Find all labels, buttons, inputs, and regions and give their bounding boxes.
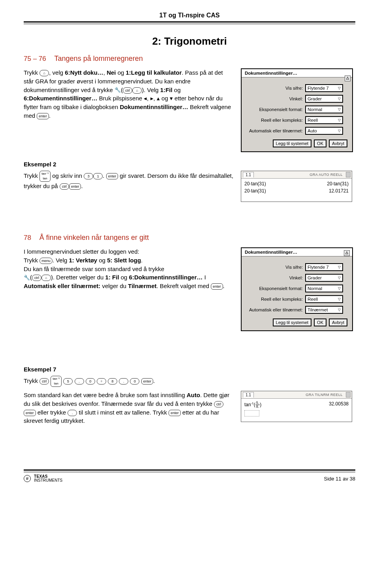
section-pages: 78 (24, 234, 31, 241)
dropdown-icon: ▽ (338, 286, 341, 290)
example-7-text: Som standard kan det være bedre å bruke … (24, 391, 234, 425)
section2-text: I lommeregnervinduet sletter du loggen v… (24, 247, 234, 331)
dropdown-icon: ▽ (338, 297, 341, 301)
5-key: 5 (63, 378, 73, 384)
example-7-keys: Trykk ctrl tan⁻¹tan 5 . 0 ÷ 8 . 0 enter. (24, 376, 234, 387)
dlg-button-ok[interactable]: OK (314, 318, 326, 326)
dropdown-icon: ▽ (338, 97, 341, 101)
dialog-dokumentinnstillinger-1: Dokumentinnstillinger… △ Vis sifre:Flyte… (241, 68, 353, 152)
dlg-field[interactable]: Normal▽ (305, 285, 343, 292)
dropdown-icon: ▽ (338, 107, 341, 111)
enter-key: enter (106, 173, 118, 179)
scroll-up-icon: △ (344, 250, 350, 256)
home-key: ⌂ (41, 275, 51, 281)
calc-output: 12.01721 (329, 188, 349, 194)
ctrl-key: ctrl (39, 378, 49, 384)
0-key: 0 (130, 378, 139, 384)
calc-status: GRA TILNRM REELL (306, 393, 345, 397)
dropdown-icon: ▽ (338, 129, 341, 133)
ctrl-key: ctrl (60, 183, 69, 190)
dlg-label: Automatisk eller tilnærmet: (246, 128, 303, 133)
dlg-field[interactable]: Flytende 7▽ (305, 84, 343, 92)
dlg-field[interactable]: Grader▽ (305, 95, 343, 103)
home-key: ⌂ (132, 87, 142, 94)
dlg-label: Reell eller kompleks: (246, 297, 303, 302)
dlg-label: Reell eller kompleks: (246, 118, 303, 122)
3-key: 3 (84, 173, 93, 179)
section-78: 78 Å finne vinkelen når tangens er gitt (24, 234, 355, 242)
example-7-label: Eksempel 7 (24, 366, 355, 373)
dlg-button-cancel[interactable]: Avbryt (329, 318, 347, 326)
dropdown-icon: ▽ (338, 276, 341, 280)
dropdown-icon: ▽ (338, 86, 341, 90)
dlg-label: Eksponensielt format: (246, 286, 303, 291)
section-75-76: 75 – 76 Tangens på lommeregneren (24, 55, 355, 63)
dlg-button-system[interactable]: Legg til systemet (273, 318, 312, 326)
home-key: ⌂ (39, 70, 49, 76)
dot-key: . (119, 378, 128, 384)
dlg-field[interactable]: Auto▽ (305, 127, 343, 135)
enter-key: enter (169, 410, 181, 416)
calc-status: GRA AUTO REELL (310, 173, 345, 177)
header-rule (24, 21, 355, 24)
dlg-field[interactable]: Reell▽ (305, 116, 343, 124)
ctrl-key: ctrl (123, 87, 132, 94)
dlg-button-system[interactable]: Legg til systemet (273, 139, 312, 147)
ctrl-key: ctrl (32, 275, 41, 281)
section-title: Tangens på lommeregneren (54, 55, 143, 62)
example-2-label: Eksempel 2 (24, 161, 355, 168)
dlg-field[interactable]: Flytende 7▽ (305, 263, 343, 271)
ti-logo-icon: ti (24, 475, 31, 482)
dlg-label: Vinkel: (246, 275, 303, 280)
example-2-text: Trykk tan⁻¹tan og skriv inn 31. enter gi… (24, 171, 234, 202)
enter-key: enter (69, 183, 81, 190)
calc-tab: 1.1 (243, 172, 254, 177)
calc-cursor (244, 410, 259, 416)
calc-output: 32.00538 (329, 401, 349, 409)
dropdown-icon: ▽ (338, 265, 341, 269)
calc-tab: 1.1 (243, 392, 254, 398)
tan-key: tan⁻¹tan (51, 376, 62, 387)
section1-text: Trykk ⌂, velg 6:Nytt doku…, Nei og 1:Leg… (24, 68, 234, 152)
wrench-icon: 🔧 (114, 87, 121, 94)
dlg-field[interactable]: Grader▽ (305, 274, 343, 282)
calc-input: tan-1(5.8.) (244, 401, 261, 409)
dlg-field[interactable]: Reell▽ (305, 295, 343, 303)
dlg-label: Automatisk eller tilnærmet: (246, 307, 303, 312)
page-number: Side 11 av 38 (324, 476, 355, 482)
dlg-button-cancel[interactable]: Avbryt (329, 139, 347, 147)
dropdown-icon: ▽ (338, 118, 341, 122)
8-key: 8 (108, 378, 117, 384)
0-key: 0 (86, 378, 95, 384)
calc-input: 20·tan(31) (244, 188, 266, 194)
ctrl-key: ctrl (214, 401, 223, 407)
dlg-button-ok[interactable]: OK (314, 139, 326, 147)
battery-icon (346, 392, 351, 398)
dlg-label: Vis sifre: (246, 86, 303, 90)
enter-key: enter (141, 378, 154, 384)
menu-key: menu (39, 258, 53, 264)
enter-key: enter (24, 410, 36, 416)
dlg-label: Eksponensielt format: (246, 107, 303, 112)
tan-key: tan⁻¹tan (39, 171, 51, 182)
section-title: Å finne vinkelen når tangens er gitt (39, 234, 149, 241)
wrench-icon: 🔧 (24, 274, 30, 282)
dialog-title: Dokumentinnstillinger… △ (242, 69, 352, 77)
divide-key: ÷ (97, 378, 106, 384)
header-title: 1T og TI-nspire CAS (24, 12, 355, 19)
dlg-field[interactable]: Tilnærmet▽ (305, 306, 343, 314)
1-key: 1 (93, 173, 103, 179)
enter-key: enter (211, 283, 223, 290)
footer-rule (24, 469, 355, 472)
chapter-title: 2: Trigonometri (24, 35, 355, 47)
ti-logo: ti TEXAS INSTRUMENTS (24, 475, 62, 482)
dialog-title: Dokumentinnstillinger… △ (242, 248, 352, 256)
calc-screenshot-1: 1.1 GRA AUTO REELL 20·tan(31)20·tan(31) … (241, 171, 352, 202)
dlg-field[interactable]: Normal▽ (305, 106, 343, 113)
dot-key: . (75, 378, 84, 384)
enter-key: enter (37, 113, 49, 119)
calc-screenshot-2: 1.1 GRA TILNRM REELL tan-1(5.8.) 32.0053… (241, 391, 352, 422)
calc-output: 20·tan(31) (327, 181, 349, 187)
dropdown-icon: ▽ (338, 308, 341, 312)
section-pages: 75 – 76 (24, 55, 46, 62)
